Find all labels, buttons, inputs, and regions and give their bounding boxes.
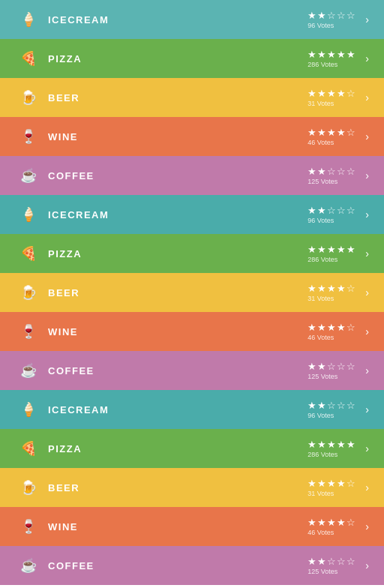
votes-count: 286 Votes [308,61,338,68]
list-item[interactable]: 🍺 BEER ★★★★☆ 31 Votes › [0,273,384,312]
coffee-icon: ☕ [15,167,42,184]
pizza-icon: 🍕 [15,245,42,262]
votes-count: 31 Votes [308,295,334,302]
item-label: WINE [48,326,308,338]
pizza-icon: 🍕 [15,50,42,67]
stars: ★★☆☆☆ [308,166,356,177]
item-label: COFFEE [48,170,308,182]
chevron-right-icon: › [365,286,369,298]
votes-count: 125 Votes [308,178,338,185]
chevron-right-icon: › [365,404,369,416]
item-label: PIZZA [48,53,308,64]
votes-count: 31 Votes [308,490,334,497]
list-item[interactable]: 🍷 WINE ★★★★☆ 46 Votes › [0,117,384,156]
stars: ★★★★☆ [308,88,356,99]
item-label: COFFEE [48,365,308,376]
list-item[interactable]: 🍕 PIZZA ★★★★★ 286 Votes › [0,39,384,78]
beer-icon: 🍺 [15,284,42,301]
list-item[interactable]: ☕ COFFEE ★★☆☆☆ 125 Votes › [0,546,384,585]
beer-icon: 🍺 [15,89,42,106]
item-rating: ★★★★★ 286 Votes [308,244,356,263]
list-item[interactable]: 🍦 ICECREAM ★★☆☆☆ 96 Votes › [0,0,384,39]
votes-count: 125 Votes [308,568,338,575]
votes-count: 46 Votes [308,529,334,536]
votes-count: 125 Votes [308,373,338,380]
votes-count: 31 Votes [308,100,334,107]
beer-icon: 🍺 [15,479,42,496]
stars: ★★☆☆☆ [308,10,356,21]
chevron-right-icon: › [365,248,369,260]
chevron-right-icon: › [365,442,369,454]
list-item[interactable]: 🍕 PIZZA ★★★★★ 286 Votes › [0,429,384,468]
list-item[interactable]: 🍦 ICECREAM ★★☆☆☆ 96 Votes › [0,195,384,234]
item-rating: ★★★★★ 286 Votes [308,439,356,458]
item-label: ICECREAM [48,209,308,220]
icecream-icon: 🍦 [15,401,42,418]
chevron-right-icon: › [365,482,369,494]
votes-count: 96 Votes [308,217,334,224]
item-rating: ★★★★★ 286 Votes [308,49,356,68]
list-item[interactable]: 🍺 BEER ★★★★☆ 31 Votes › [0,78,384,117]
item-label: PIZZA [48,248,308,260]
item-label: PIZZA [48,443,308,454]
votes-count: 286 Votes [308,256,338,263]
chevron-right-icon: › [365,520,369,532]
chevron-right-icon: › [365,170,369,182]
item-rating: ★★★★☆ 46 Votes [308,127,356,146]
item-rating: ★★☆☆☆ 96 Votes [308,205,356,224]
stars: ★★☆☆☆ [308,400,356,411]
stars: ★★☆☆☆ [308,556,356,567]
item-rating: ★★☆☆☆ 96 Votes [308,10,356,29]
item-label: WINE [48,521,308,532]
chevron-right-icon: › [365,208,369,220]
stars: ★★★★★ [308,244,356,255]
item-label: BEER [48,92,308,104]
item-rating: ★★★★☆ 46 Votes [308,322,356,341]
list-item[interactable]: ☕ COFFEE ★★☆☆☆ 125 Votes › [0,156,384,195]
icecream-icon: 🍦 [15,206,42,223]
stars: ★★★★☆ [308,127,356,138]
votes-count: 96 Votes [308,412,334,419]
chevron-right-icon: › [365,326,369,338]
item-rating: ★★★★☆ 31 Votes [308,478,356,497]
chevron-right-icon: › [365,14,369,26]
item-rating: ★★☆☆☆ 96 Votes [308,400,356,419]
list-item[interactable]: 🍕 PIZZA ★★★★★ 286 Votes › [0,234,384,273]
item-rating: ★★☆☆☆ 125 Votes [308,361,356,380]
wine-icon: 🍷 [15,518,42,535]
list-item[interactable]: 🍷 WINE ★★★★☆ 46 Votes › [0,507,384,546]
item-rating: ★★★★☆ 46 Votes [308,517,356,536]
votes-count: 46 Votes [308,334,334,341]
item-rating: ★★★★☆ 31 Votes [308,283,356,302]
item-rating: ★★★★☆ 31 Votes [308,88,356,107]
stars: ★★★★☆ [308,517,356,528]
chevron-right-icon: › [365,52,369,64]
item-label: BEER [48,482,308,494]
list-item[interactable]: ☕ COFFEE ★★☆☆☆ 125 Votes › [0,351,384,390]
coffee-icon: ☕ [15,557,42,574]
chevron-right-icon: › [365,560,369,572]
item-label: ICECREAM [48,404,308,416]
stars: ★★☆☆☆ [308,205,356,216]
stars: ★★★★☆ [308,478,356,489]
list-item[interactable]: 🍷 WINE ★★★★☆ 46 Votes › [0,312,384,351]
item-rating: ★★☆☆☆ 125 Votes [308,166,356,185]
item-rating: ★★☆☆☆ 125 Votes [308,556,356,575]
stars: ★★★★★ [308,49,356,60]
item-label: BEER [48,287,308,298]
item-label: COFFEE [48,560,308,572]
list-item[interactable]: 🍦 ICECREAM ★★☆☆☆ 96 Votes › [0,390,384,429]
item-label: ICECREAM [48,14,308,26]
list-item[interactable]: 🍺 BEER ★★★★☆ 31 Votes › [0,468,384,507]
votes-count: 96 Votes [308,22,334,29]
chevron-right-icon: › [365,364,369,376]
chevron-right-icon: › [365,92,369,104]
votes-count: 46 Votes [308,139,334,146]
votes-count: 286 Votes [308,451,338,458]
chevron-right-icon: › [365,130,369,142]
stars: ★★☆☆☆ [308,361,356,372]
wine-icon: 🍷 [15,323,42,340]
stars: ★★★★★ [308,439,356,450]
stars: ★★★★☆ [308,283,356,294]
icecream-icon: 🍦 [15,11,42,28]
